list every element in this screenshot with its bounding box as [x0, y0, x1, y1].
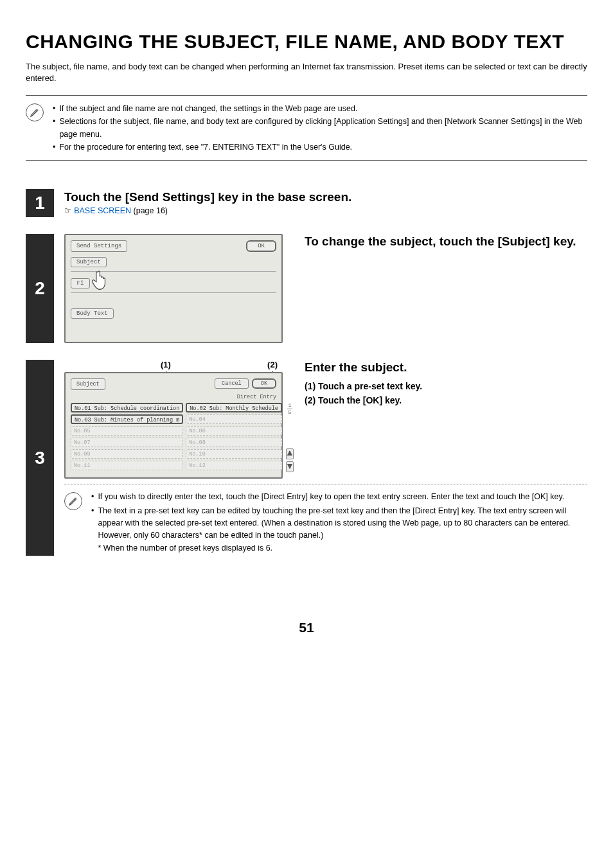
pencil-icon — [64, 492, 82, 510]
ok-button[interactable]: OK — [246, 240, 276, 252]
direct-entry-button[interactable]: Direct Entry — [237, 394, 276, 400]
bodytext-button[interactable]: Body Text — [71, 308, 114, 319]
preset-text-key: No.10 — [186, 449, 282, 459]
step-number-2: 2 — [26, 234, 54, 343]
step-number-3: 3 — [26, 360, 54, 556]
note-3: For the procedure for entering text, see… — [59, 141, 352, 154]
page-title: CHANGING THE SUBJECT, FILE NAME, AND BOD… — [26, 31, 587, 53]
preset-text-key: No.09 — [71, 449, 183, 459]
note-1: If the subject and file name are not cha… — [59, 102, 357, 115]
preset-text-key: No.12 — [186, 461, 282, 470]
scroll-up-button[interactable]: ⯅ — [286, 448, 294, 459]
panel-title: Send Settings — [71, 240, 127, 252]
subject-ok-button[interactable]: OK — [252, 378, 276, 389]
preset-text-key: No.11 — [71, 461, 183, 470]
step3-subnote2: The text in a pre-set text key can be ed… — [98, 506, 570, 540]
step3-subnote2-star: * When the number of preset keys display… — [98, 544, 272, 553]
step-number-1: 1 — [26, 189, 54, 217]
step-1: 1 Touch the [Send Settings] key in the b… — [26, 189, 587, 217]
intro-text: The subject, file name, and body text ca… — [26, 61, 587, 85]
link-suffix: (page 16) — [131, 206, 168, 215]
callouts: (1) (2) — [64, 360, 285, 372]
preset-text-key: No.07 — [71, 438, 183, 447]
preset-text-key[interactable]: No.02 Sub: Monthly Schedule — [186, 403, 282, 412]
page-number: 51 — [26, 620, 587, 635]
step-1-link-line: ☞ BASE SCREEN (page 16) — [64, 206, 587, 216]
preset-text-key: No.05 — [71, 426, 183, 436]
subject-panel: Subject Cancel OK Direct Entry No.01 Sub… — [64, 372, 283, 479]
pencil-icon — [26, 103, 44, 121]
base-screen-link[interactable]: BASE SCREEN — [74, 206, 131, 215]
pointer-icon: ☞ — [64, 206, 74, 215]
preset-text-key: No.08 — [186, 438, 282, 447]
step-3-sub1: (1) Touch a pre-set text key. — [305, 381, 587, 391]
step3-subnote1: If you wish to directly enter the text, … — [98, 491, 564, 503]
subject-panel-title: Subject — [71, 378, 105, 390]
step-2-heading: To change the subject, touch the [Subjec… — [305, 234, 587, 250]
callout-2: (2) — [267, 360, 278, 369]
step-1-heading: Touch the [Send Settings] key in the bas… — [64, 190, 587, 204]
notes-list: •If the subject and file name are not ch… — [53, 102, 587, 154]
send-settings-panel: Send Settings OK Subject Fi Body Text — [64, 234, 283, 343]
step-3-heading: Enter the subject. — [305, 360, 587, 376]
preset-text-key[interactable]: No.03 Sub: Minutes of planning m — [71, 414, 183, 424]
step-3-sub2: (2) Touch the [OK] key. — [305, 395, 587, 405]
scroll-down-button[interactable]: ⯆ — [286, 461, 294, 472]
hand-pointer-icon — [90, 269, 113, 292]
note-2: Selections for the subject, file name, a… — [59, 115, 587, 141]
callout-1: (1) — [161, 360, 171, 369]
subject-button[interactable]: Subject — [71, 257, 107, 267]
preset-text-key[interactable]: No.01 Sub: Schedule coordination — [71, 403, 183, 412]
dashed-separator — [64, 484, 587, 484]
filename-button[interactable]: Fi — [71, 278, 90, 288]
preset-text-key: No.04 — [186, 414, 282, 424]
step-2: 2 Send Settings OK Subject Fi — [26, 234, 587, 343]
cancel-button[interactable]: Cancel — [215, 378, 249, 389]
notes-box: •If the subject and file name are not ch… — [26, 95, 587, 161]
page-count: 1 5 — [286, 403, 294, 415]
step-3: 3 (1) (2) Subject Cancel OK — [26, 360, 587, 556]
preset-text-key: No.06 — [186, 426, 282, 436]
